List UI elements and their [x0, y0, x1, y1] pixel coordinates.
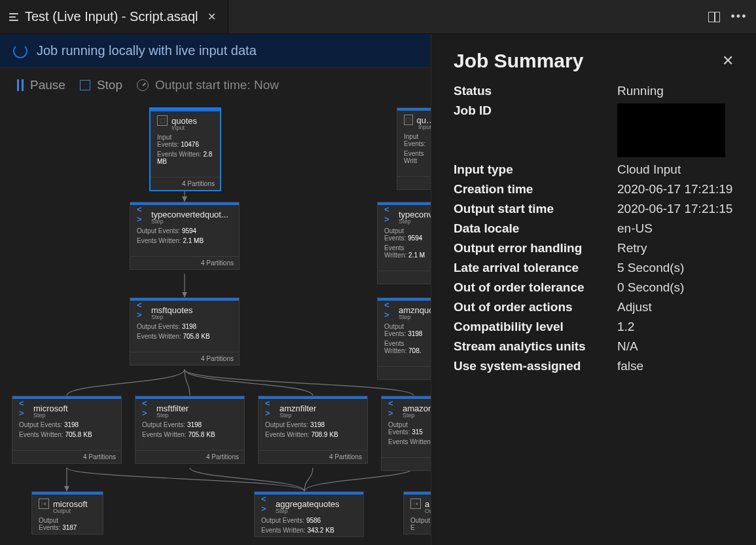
step-icon: < > [384, 305, 395, 315]
panel-title: Job Summary [454, 50, 583, 72]
node-msftfilter[interactable]: < >msftfilter Step Output Events: 3198 E… [135, 396, 245, 464]
tab-title: Test (Live Input) - Script.asaql [25, 9, 198, 24]
svg-marker-0 [182, 197, 187, 202]
tab-active[interactable]: Test (Live Input) - Script.asaql ✕ [0, 0, 228, 33]
row-job-id: Job ID [454, 103, 734, 157]
hamburger-icon[interactable] [9, 13, 18, 21]
stop-icon [80, 80, 90, 90]
row-compat: Compatibility level1.2 [454, 320, 734, 334]
row-ooo-tolerance: Out of order tolerance0 Second(s) [454, 280, 734, 295]
tab-bar: Test (Live Input) - Script.asaql ✕ ••• [0, 0, 756, 34]
input-icon: ⬚ [404, 115, 413, 125]
step-icon: < > [137, 209, 147, 219]
node-amznfilter[interactable]: < >amznfilter Step Output Events: 3198 E… [258, 396, 368, 464]
step-icon: < > [137, 305, 147, 315]
row-ooo-actions: Out of order actionsAdjust [454, 300, 734, 314]
step-icon: < > [142, 403, 153, 413]
close-icon[interactable]: ✕ [722, 52, 734, 69]
row-output-start-time: Output start time2020-06-17 17:21:15 [454, 202, 734, 216]
node-aggregatequotes[interactable]: < >aggregatequotes Step Output Events: 9… [254, 491, 364, 537]
split-editor-icon[interactable] [708, 10, 721, 24]
row-status: StatusRunning [454, 84, 734, 98]
node-microsoft-output[interactable]: ⇢microsoft Output Output Events: 3187 [31, 491, 103, 535]
row-sau: Stream analytics unitsN/A [454, 339, 734, 354]
jobid-redacted [617, 103, 725, 157]
status-text: Job running locally with live input data [37, 43, 257, 58]
step-icon: < > [261, 498, 272, 509]
job-diagram-canvas[interactable]: ⬚ quotes Input Input Events: 10476 Event… [8, 102, 440, 541]
output-icon: ⇢ [39, 498, 49, 509]
node-msftquotes[interactable]: < >msftquotes Step Output Events: 3198 E… [130, 297, 240, 366]
step-icon: < > [388, 403, 399, 413]
row-input-type: Input typeCloud Input [454, 162, 734, 177]
pause-button[interactable]: Pause [17, 78, 65, 92]
spinner-icon [13, 44, 27, 58]
row-late-arrival: Late arrival tolerance5 Second(s) [454, 261, 734, 275]
output-icon: ⇢ [410, 498, 421, 509]
node-microsoft[interactable]: < >microsoft Step Output Events: 3198 Ev… [12, 396, 122, 464]
stop-button[interactable]: Stop [80, 78, 122, 92]
clock-icon [137, 79, 149, 91]
step-icon: < > [384, 209, 395, 219]
row-system-assigned: Use system-assignedfalse [454, 359, 734, 373]
svg-marker-1 [182, 292, 187, 297]
pause-icon [17, 79, 24, 91]
node-quotes[interactable]: ⬚ quotes Input Input Events: 10476 Event… [149, 107, 221, 191]
output-time-button[interactable]: Output start time: Now [137, 78, 279, 92]
close-icon[interactable]: ✕ [205, 9, 219, 24]
job-summary-panel: Job Summary ✕ StatusRunning Job ID Input… [431, 34, 756, 545]
input-icon: ⬚ [157, 115, 168, 126]
svg-marker-2 [64, 486, 69, 491]
row-output-error: Output error handlingRetry [454, 241, 734, 255]
row-data-locale: Data localeen-US [454, 221, 734, 236]
step-icon: < > [19, 403, 29, 413]
step-icon: < > [265, 403, 276, 413]
more-icon[interactable]: ••• [732, 10, 746, 24]
row-creation-time: Creation time2020-06-17 17:21:19 [454, 182, 734, 197]
node-typeconvertedquotes[interactable]: < >typeconvertedquot... Step Output Even… [130, 202, 240, 270]
